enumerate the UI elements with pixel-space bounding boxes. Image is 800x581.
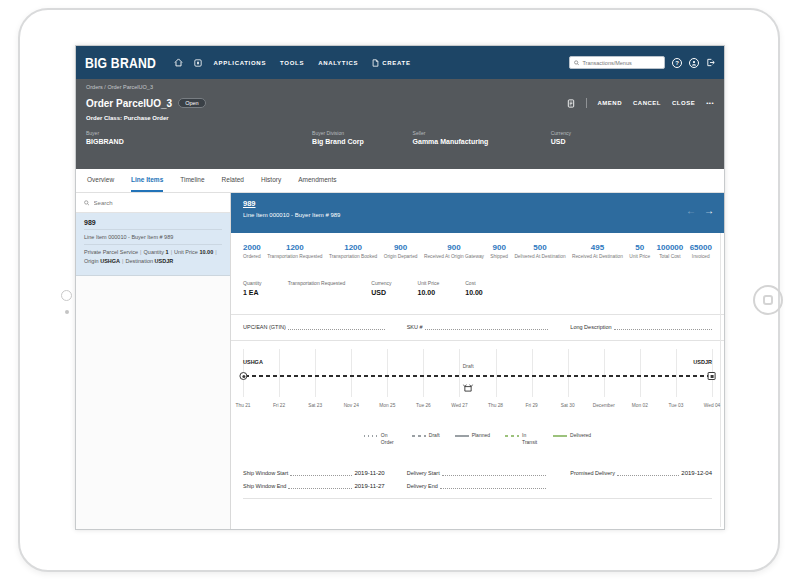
list-item-989[interactable]: 989 Line Item 000010 - Buyer Item # 989 …	[76, 213, 230, 276]
workbench-icon[interactable]	[194, 59, 202, 67]
field-unit-price: Unit Price10.00	[418, 280, 440, 297]
carrier-name: Private Parcel Service	[84, 249, 138, 255]
field-promised-delivery[interactable]: Promised Delivery2019-12-04	[570, 470, 712, 476]
user-icon[interactable]	[689, 58, 699, 68]
close-button[interactable]: CLOSE	[672, 100, 695, 106]
tablet-home-button-square	[763, 295, 773, 305]
home-icon[interactable]	[174, 58, 183, 67]
dotted-line-sample	[364, 435, 378, 437]
nav-item-create[interactable]: CREATE	[372, 59, 410, 67]
field-upc-ean[interactable]: UPC/EAN (GTIN)	[243, 324, 385, 330]
metric-origin-departed: 900Origin Departed	[384, 243, 418, 259]
field-sku[interactable]: SKU #	[407, 324, 549, 330]
origin-marker-icon[interactable]	[239, 372, 247, 380]
destination-marker-icon[interactable]	[708, 372, 716, 380]
cancel-button[interactable]: CANCEL	[633, 100, 661, 106]
breadcrumb-orders[interactable]: Orders	[86, 84, 103, 90]
timeline-tick: Mon 02	[640, 349, 641, 397]
field-long-description[interactable]: Long Description	[570, 324, 712, 330]
field-ship-window-start[interactable]: Ship Window Start2019-11-20	[243, 470, 385, 476]
timeline-tick: Fri 29	[532, 349, 533, 397]
detail-fields-row: Quantity1 EA Transportation Requested Cu…	[231, 280, 724, 297]
route-dashed-line	[245, 375, 710, 377]
currency-value: USD	[551, 138, 714, 145]
buyer-value: BIGBRAND	[86, 138, 312, 145]
sign-out-icon[interactable]	[706, 58, 715, 67]
next-item-arrow[interactable]: →	[704, 205, 714, 216]
legend-planned: Planned	[455, 432, 490, 439]
actions-divider	[586, 98, 587, 108]
line-items-sidebar: 989 Line Item 000010 - Buyer Item # 989 …	[76, 193, 231, 530]
timeline-tick: Thu 28	[496, 349, 497, 397]
metrics-row: 2000Ordered 1200Transportation Requested…	[231, 233, 724, 259]
help-icon[interactable]: ?	[672, 58, 682, 68]
global-search[interactable]	[569, 56, 665, 69]
tab-line-items[interactable]: Line Items	[131, 169, 163, 192]
navbar-right: ?	[569, 56, 715, 69]
order-summary: Buyer BIGBRAND Buyer Division Big Brand …	[86, 130, 714, 145]
field-cost: Cost10.00	[465, 280, 483, 297]
timeline-tick: Fri 22	[279, 349, 280, 397]
global-search-input[interactable]	[582, 60, 660, 66]
list-item-id: 989	[84, 219, 222, 229]
more-actions-button[interactable]: •••	[706, 100, 714, 106]
origin-location-label: USHGA	[243, 359, 263, 365]
buyer-division-value: Big Brand Corp	[312, 138, 412, 145]
breadcrumb: Orders / Order ParcelUO_3	[86, 84, 714, 90]
quantity-value: 1	[166, 249, 169, 255]
line-item-subtitle: Line Item 000010 - Buyer Item # 989	[243, 212, 712, 218]
buyer-division-label: Buyer Division	[312, 130, 412, 136]
package-icon	[463, 383, 474, 392]
scrollbar[interactable]	[720, 197, 721, 527]
tab-overview[interactable]: Overview	[87, 169, 114, 192]
destination-value: USDJR	[155, 258, 174, 264]
buyer-label: Buyer	[86, 130, 312, 136]
create-doc-icon	[372, 59, 379, 67]
solid-line-sample	[455, 435, 469, 437]
legend-on-order: On Order	[364, 432, 397, 445]
summary-buyer-division: Buyer Division Big Brand Corp	[312, 130, 412, 145]
shipment-timeline-chart: Thu 21 Fri 22 Sat 23 Nov 24 Mon 25 Tue 2…	[243, 349, 712, 411]
metric-unit-price: 50Unit Price	[629, 243, 650, 259]
metric-delivered-destination: 500Delivered At Destination	[514, 243, 565, 259]
breadcrumb-separator: /	[104, 84, 106, 90]
metric-invoiced: 65000Invoiced	[690, 243, 712, 259]
sidebar-search-input[interactable]	[94, 200, 222, 206]
list-item-details: Private Parcel Service|Quantity 1|Unit P…	[84, 244, 222, 268]
unit-price-value: 10.00	[199, 249, 213, 255]
sidebar-search[interactable]	[76, 193, 230, 213]
divider	[243, 498, 712, 499]
summary-buyer: Buyer BIGBRAND	[86, 130, 312, 145]
currency-label: Currency	[551, 130, 714, 136]
tab-amendments[interactable]: Amendments	[298, 169, 336, 192]
destination-location-label: USDJR	[693, 359, 712, 365]
origin-label: Origin	[84, 258, 99, 264]
tablet-home-button[interactable]	[753, 285, 783, 315]
line-item-header: 989 Line Item 000010 - Buyer Item # 989 …	[231, 193, 724, 233]
unit-price-label: Unit Price	[174, 249, 198, 255]
nav-item-applications[interactable]: APPLICATIONS	[213, 60, 266, 66]
field-delivery-start[interactable]: Delivery Start	[407, 470, 549, 476]
nav-item-analytics[interactable]: ANALYTICS	[318, 60, 358, 66]
draft-shipment-marker[interactable]: Draft	[463, 363, 474, 396]
destination-label: Destination	[126, 258, 154, 264]
note-icon[interactable]	[567, 94, 575, 112]
metric-shipped: 900Shipped	[490, 243, 508, 259]
field-delivery-end[interactable]: Delivery End	[407, 483, 549, 489]
metric-received-destination: 495Received At Destination	[572, 243, 623, 259]
top-navbar: BIG BRAND APPLICATIONS TOOLS ANALYTICS C…	[76, 46, 724, 79]
order-actions: AMEND CANCEL CLOSE •••	[567, 94, 714, 112]
brand-logo: BIG BRAND	[85, 54, 156, 71]
search-icon	[574, 60, 579, 66]
line-item-id-link[interactable]: 989	[243, 199, 712, 208]
origin-value: USHGA	[100, 258, 120, 264]
nav-item-tools[interactable]: TOOLS	[280, 60, 304, 66]
field-ship-window-end[interactable]: Ship Window End2019-11-27	[243, 483, 385, 489]
tab-timeline[interactable]: Timeline	[180, 169, 204, 192]
summary-currency: Currency USD	[551, 130, 714, 145]
tab-related[interactable]: Related	[222, 169, 244, 192]
tab-history[interactable]: History	[261, 169, 281, 192]
list-item-line1: Line Item 000010 - Buyer Item # 989	[84, 229, 222, 244]
amend-button[interactable]: AMEND	[598, 100, 623, 106]
prev-item-arrow[interactable]: ←	[686, 205, 696, 216]
